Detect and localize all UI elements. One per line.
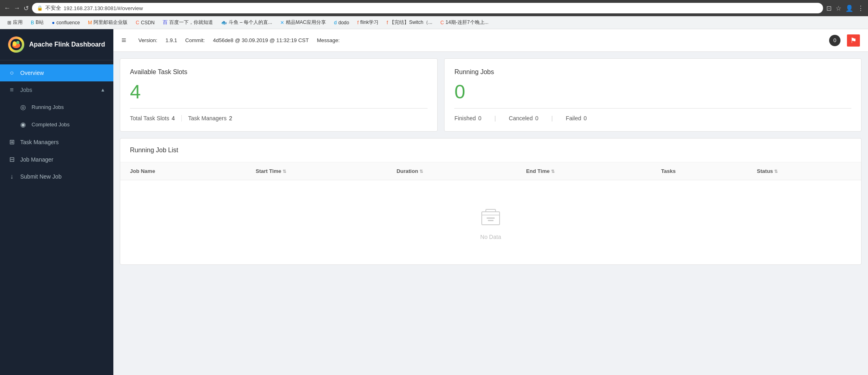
back-button[interactable]: ← [4,4,11,12]
alert-icon[interactable]: ⚑ [847,34,860,47]
bookmark-label: confluence [56,20,80,26]
stat-sep-2: | [551,115,553,121]
menu-icon[interactable]: ⋮ [857,4,864,12]
job-list-thead: Job Name Start Time Duration End Time Ta… [120,162,861,180]
mail-icon: M [88,20,92,26]
bilibili-icon: B [31,20,34,26]
bookmark-mac-apps[interactable]: ✕ 精品MAC应用分享 [277,18,329,27]
csdn-icon: C [136,20,139,26]
flink-logo-icon [8,36,24,53]
douyu-icon: 🐟 [221,20,227,26]
bookmark-confluence[interactable]: ● confluence [49,19,83,26]
col-tasks: Tasks [651,162,747,180]
job-list-header: Running Job List [120,138,861,162]
sidebar-item-job-manager[interactable]: ⊟ Job Manager [0,151,113,168]
sidebar-label-running-jobs: Running Jobs [32,104,64,110]
job-list-card: Running Job List Job Name Start Time Dur… [120,138,862,265]
no-data-icon [479,205,503,229]
bookmark-apps[interactable]: ⊞ 应用 [4,18,26,27]
failed-value: 0 [584,115,587,121]
canceled-value: 0 [535,115,538,121]
overview-icon: ○ [8,69,15,77]
version-label: Version: [138,37,157,43]
bookmark-label: CSDN [141,20,155,26]
running-card-divider [454,108,851,109]
app-container: Apache Flink Dashboard ○ Overview ≡ Jobs… [0,29,868,375]
baidu-icon: 百 [163,19,168,26]
running-card-stats: Finished 0 | Canceled 0 | Failed 0 [454,115,851,121]
failed-stat: Failed 0 [566,115,587,121]
bookmark-icon[interactable]: ☆ [836,4,841,12]
period-icon: C [440,20,444,26]
jobs-icon: ≡ [8,86,15,94]
translate-icon[interactable]: ⊡ [826,4,832,12]
bookmark-label: 百度一下，你就知道 [169,19,213,26]
sidebar-item-task-managers[interactable]: ⊞ Task Managers [0,133,113,151]
flink-learn-icon: f [357,20,358,26]
stat-separator [181,115,182,121]
col-status[interactable]: Status [747,162,861,180]
bookmark-bilibili[interactable]: B B站 [28,18,47,27]
url-text: 192.168.237.130:8081/#/overview [64,5,143,11]
sidebar-label-submit-new-job: Submit New Job [20,173,62,180]
sidebar-logo: Apache Flink Dashboard [0,29,113,60]
sidebar-item-overview[interactable]: ○ Overview [0,64,113,81]
top-bar-info: Version: 1.9.1 Commit: 4d56de8 @ 30.09.2… [138,37,340,43]
bookmark-label: B站 [36,19,44,26]
dodo-icon: d [334,20,337,26]
confluence-icon: ● [52,20,55,26]
commit-label: Commit: [185,37,205,43]
bookmark-douyu[interactable]: 🐟 斗鱼 – 每个人的直... [218,18,275,27]
col-duration[interactable]: Duration [387,162,516,180]
browser-chrome: ← → ↺ 🔒 不安全 192.168.237.130:8081/#/overv… [0,0,868,16]
bookmark-label: 斗鱼 – 每个人的直... [229,19,272,26]
refresh-button[interactable]: ↺ [23,4,29,12]
running-jobs-title: Running Jobs [454,68,851,76]
hamburger-icon[interactable]: ≡ [121,36,126,45]
forward-button[interactable]: → [14,4,20,12]
bookmark-switch[interactable]: f 【完结】Switch（... [383,18,436,27]
mac-icon: ✕ [280,20,284,26]
task-managers-value: 2 [229,115,232,121]
svg-point-3 [16,41,19,44]
bookmark-label: flink学习 [360,19,379,26]
top-bar-actions: 0 ⚑ [829,34,860,47]
total-task-slots-stat: Total Task Slots 4 [130,115,175,121]
switch-icon: f [387,20,388,26]
bookmark-14-period[interactable]: C 14期-连肝7个晚上... [437,18,492,27]
bookmark-label: 14期-连肝7个晚上... [445,19,488,26]
sidebar-label-overview: Overview [20,70,44,76]
bookmark-baidu[interactable]: 百 百度一下，你就知道 [160,18,216,27]
canceled-label: Canceled [509,115,533,121]
bookmark-dodo[interactable]: d dodo [331,19,352,26]
jobs-arrow-icon: ▲ [100,87,105,93]
notification-badge[interactable]: 0 [829,35,840,46]
svg-rect-7 [488,220,494,221]
sidebar-item-completed-jobs[interactable]: ◉ Completed Jobs [0,116,113,133]
sidebar-item-running-jobs[interactable]: ◎ Running Jobs [0,98,113,116]
finished-stat: Finished 0 [454,115,481,121]
job-list-tbody: No Data [120,180,861,265]
commit-value: 4d56de8 @ 30.09.2019 @ 11:32:19 CST [213,37,309,43]
available-task-slots-card: Available Task Slots 4 Total Task Slots … [120,58,438,132]
apps-icon: ⊞ [7,20,11,26]
sidebar-item-submit-new-job[interactable]: ↓ Submit New Job [0,168,113,185]
security-icon: 🔒 [37,5,43,11]
task-managers-stat: Task Managers 2 [188,115,232,121]
bookmark-label: 精品MAC应用分享 [286,19,326,26]
address-bar[interactable]: 🔒 不安全 192.168.237.130:8081/#/overview [32,3,823,13]
sidebar-item-jobs[interactable]: ≡ Jobs ▲ [0,81,113,98]
job-list-header-row: Job Name Start Time Duration End Time Ta… [120,162,861,180]
running-jobs-card: Running Jobs 0 Finished 0 | Canceled 0 [444,58,862,132]
running-jobs-icon: ◎ [19,103,27,111]
bookmark-label: dodo [338,20,349,26]
sidebar-logo-text: Apache Flink Dashboard [29,41,105,48]
bookmark-alibaba-mail[interactable]: M 阿里邮箱企业版 [85,18,131,27]
bookmark-label: 【完结】Switch（... [389,19,432,26]
bookmark-flink-learn[interactable]: f flink学习 [354,18,382,27]
bookmark-csdn[interactable]: C CSDN [132,19,158,26]
available-task-slots-title: Available Task Slots [130,68,428,76]
col-end-time[interactable]: End Time [516,162,651,180]
profile-icon[interactable]: 👤 [845,4,853,12]
col-start-time[interactable]: Start Time [246,162,387,180]
